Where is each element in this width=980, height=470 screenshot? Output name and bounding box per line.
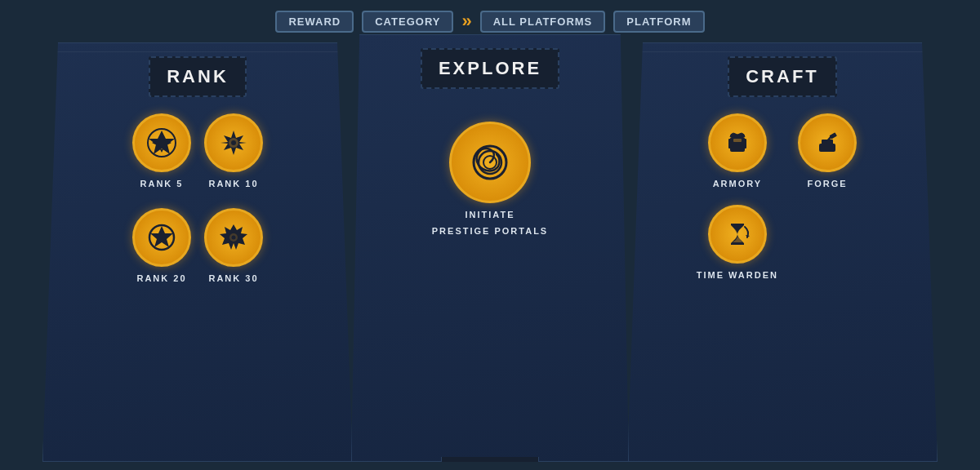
rank10-item[interactable]: RANK 10 [204,113,263,188]
craft-panel-title: CRAFT [746,66,819,86]
panel-rank: RANK RANK 5 [42,42,353,462]
svg-point-8 [158,234,165,241]
explore-bottom-connector [441,457,539,470]
svg-rect-18 [733,139,742,142]
banner-pill-reward[interactable]: REWARD [275,11,354,33]
rank20-icon [146,222,177,253]
forge-icon-circle [798,113,857,172]
rank10-icon [218,127,249,158]
rank20-item[interactable]: RANK 20 [132,208,191,283]
prestige-label-line2: PRESTIGE PORTALS [432,226,548,236]
prestige-portals-icon-circle [449,122,531,203]
rank20-icon-circle [132,208,191,267]
craft-grid: ARMORY FORGE [688,113,876,280]
time-warden-label: TIME WARDEN [697,270,778,280]
rank-grid: RANK 5 RANK 10 [116,113,279,283]
armory-icon [722,127,753,158]
rank30-icon-circle [204,208,263,267]
prestige-portals-item[interactable]: INITIATE PRESTIGE PORTALS [432,122,548,236]
forge-icon [812,127,843,158]
rank5-icon [146,127,177,158]
rank-panel-header: RANK [149,56,247,97]
banner-pill-platforms[interactable]: ALL PLATFORMS [480,11,606,33]
panel-craft: CRAFT ARMORY [627,42,938,462]
rank30-icon [218,222,249,253]
craft-panel-header: CRAFT [728,56,837,97]
panel-explore: EXPLORE INITIATE PRESTIGE PORTALS [351,34,629,462]
time-warden-icon-circle [708,205,767,264]
rank-panel-title: RANK [167,66,229,86]
svg-point-3 [158,139,166,147]
main-panels: RANK RANK 5 [0,42,980,470]
svg-point-11 [232,236,236,240]
svg-rect-17 [743,139,746,149]
armory-label: ARMORY [713,179,762,188]
explore-panel-header: EXPLORE [421,48,559,89]
time-warden-icon [722,219,753,250]
prestige-label-line1: INITIATE [465,210,514,219]
banner-arrow-icon: » [461,11,471,32]
rank30-label: RANK 30 [208,273,258,283]
prestige-portals-icon [467,140,513,185]
explore-panel-title: EXPLORE [439,58,541,78]
rank5-label: RANK 5 [140,179,184,188]
forge-item[interactable]: FORGE [786,113,868,188]
armory-item[interactable]: ARMORY [697,113,778,188]
banner-pill-category[interactable]: CATEGORY [362,11,453,33]
forge-label: FORGE [808,179,848,188]
svg-point-5 [231,140,236,145]
rank20-label: RANK 20 [136,273,186,283]
rank10-label: RANK 10 [208,179,258,188]
rank10-icon-circle [204,113,263,172]
rank5-icon-circle [132,113,191,172]
rank5-item[interactable]: RANK 5 [132,113,191,188]
armory-icon-circle [708,113,767,172]
rank30-item[interactable]: RANK 30 [204,208,263,283]
banner-pills: REWARD CATEGORY » ALL PLATFORMS PLATFORM [275,11,704,33]
time-warden-item[interactable]: TIME WARDEN [697,205,778,280]
explore-center: INITIATE PRESTIGE PORTALS [432,122,548,236]
svg-rect-16 [728,139,732,149]
banner-pill-platform[interactable]: PLATFORM [613,11,704,33]
